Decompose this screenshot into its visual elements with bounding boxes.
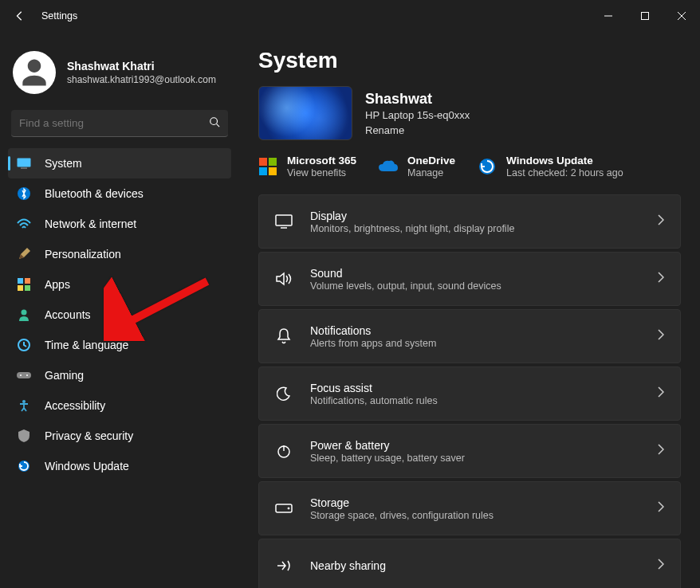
quick-m365[interactable]: Microsoft 365 View benefits [258,155,356,178]
tile-nearby-sharing[interactable]: Nearby sharing [258,539,681,588]
nav-label: Bluetooth & devices [45,187,144,200]
moon-icon [275,385,293,402]
power-icon [275,442,293,460]
apps-icon [16,276,32,292]
tile-sub: Alerts from apps and system [310,338,436,349]
network-icon [16,216,32,232]
nav-label: Personalization [45,248,121,261]
accounts-icon [16,307,32,323]
nav-item-bluetooth[interactable]: Bluetooth & devices [8,178,231,209]
onedrive-icon [379,157,398,176]
tile-sound[interactable]: Sound Volume levels, output, input, soun… [258,252,681,306]
personalize-icon [16,246,32,262]
svg-point-9 [22,310,27,316]
svg-point-24 [288,508,289,509]
svg-rect-8 [25,285,30,291]
tile-sub: Notifications, automatic rules [310,395,438,406]
nav-item-time[interactable]: Time & language [8,330,231,360]
svg-rect-3 [21,168,27,169]
search-icon [209,116,220,131]
nav-item-windows-update[interactable]: Windows Update [8,451,231,481]
svg-point-12 [20,374,22,376]
m365-icon [258,157,277,176]
chevron-right-icon [658,501,664,515]
tile-notifications[interactable]: Notifications Alerts from apps and syste… [258,309,681,363]
wupdate-icon [478,157,497,176]
search-box[interactable] [11,110,228,137]
nav-label: Accounts [45,308,91,321]
profile-name: Shashwat Khatri [67,60,216,73]
quick-title: Windows Update [506,155,623,167]
chevron-right-icon [658,214,664,229]
nav-item-network[interactable]: Network & internet [8,209,231,239]
profile-block[interactable]: Shashwat Khatri shashwat.khatri1993@outl… [8,45,231,110]
nav-item-privacy[interactable]: Privacy & security [8,421,231,451]
content-pane: System Shashwat HP Laptop 15s-eq0xxx Ren… [239,32,700,588]
tile-sub: Sleep, battery usage, battery saver [310,453,465,464]
bell-icon [275,327,293,345]
nav-label: Network & internet [45,218,136,230]
quick-title: OneDrive [407,155,455,167]
tile-sub: Volume levels, output, input, sound devi… [310,280,501,292]
nav-label: Privacy & security [45,429,133,442]
svg-rect-6 [25,278,30,284]
device-block: Shashwat HP Laptop 15s-eq0xxx Rename [258,86,681,140]
nav-label: Gaming [45,369,84,382]
svg-rect-2 [18,159,31,167]
quick-sub: Manage [407,167,455,178]
nav-item-system[interactable]: System [8,148,231,178]
svg-rect-16 [259,158,267,166]
svg-rect-21 [276,215,292,225]
maximize-button[interactable] [627,0,663,32]
close-button[interactable] [663,0,700,32]
svg-point-1 [210,117,218,124]
quick-windows-update[interactable]: Windows Update Last checked: 2 hours ago [478,155,623,178]
nav-label: Time & language [45,339,128,351]
tile-title: Notifications [310,324,436,337]
bluetooth-icon [16,186,32,202]
update-icon [16,458,32,474]
svg-point-14 [22,400,26,403]
system-icon [16,155,32,171]
device-image [258,86,352,140]
nav-list: System Bluetooth & devices Network & int… [8,148,231,481]
quick-title: Microsoft 365 [287,155,356,167]
search-input[interactable] [19,117,209,129]
tile-power[interactable]: Power & battery Sleep, battery usage, ba… [258,424,681,478]
nav-item-apps[interactable]: Apps [8,269,231,300]
minimize-button[interactable] [590,0,627,32]
device-model: HP Laptop 15s-eq0xxx [365,109,470,121]
tile-sub: Storage space, drives, configuration rul… [310,510,494,521]
tile-title: Focus assist [310,382,438,394]
svg-rect-19 [269,167,277,175]
gaming-icon [16,367,32,383]
page-title: System [258,48,681,73]
time-icon [16,337,32,353]
quick-links: Microsoft 365 View benefits OneDrive Man… [258,155,681,178]
svg-rect-5 [18,278,23,284]
nav-label: System [45,157,82,170]
back-button[interactable] [11,7,29,25]
quick-onedrive[interactable]: OneDrive Manage [379,155,455,178]
tile-storage[interactable]: Storage Storage space, drives, configura… [258,481,681,535]
chevron-right-icon [658,386,664,401]
svg-rect-17 [269,158,277,166]
avatar-icon [13,51,56,94]
tile-title: Display [310,210,514,222]
svg-rect-7 [18,285,23,291]
nav-item-personalization[interactable]: Personalization [8,239,231,269]
quick-sub: Last checked: 2 hours ago [506,167,623,178]
chevron-right-icon [658,272,664,286]
window-title: Settings [41,10,77,22]
tile-focus-assist[interactable]: Focus assist Notifications, automatic ru… [258,367,681,421]
chevron-right-icon [658,329,664,343]
nav-item-accounts[interactable]: Accounts [8,300,231,330]
rename-link[interactable]: Rename [365,124,470,136]
nav-label: Accessibility [45,399,105,412]
titlebar: Settings [0,0,700,32]
svg-rect-11 [17,372,31,378]
svg-rect-0 [642,13,649,20]
nav-item-accessibility[interactable]: Accessibility [8,390,231,421]
nav-item-gaming[interactable]: Gaming [8,360,231,390]
tile-display[interactable]: Display Monitors, brightness, night ligh… [258,194,681,249]
